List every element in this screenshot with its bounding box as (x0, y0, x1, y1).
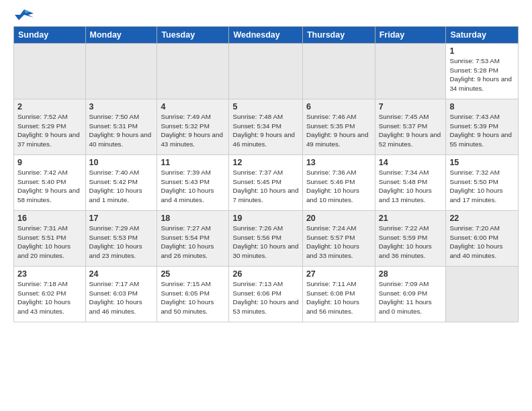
calendar-day-cell: 24Sunrise: 7:17 AM Sunset: 6:03 PM Dayli… (85, 267, 157, 322)
calendar-day-cell: 2Sunrise: 7:52 AM Sunset: 5:29 PM Daylig… (14, 99, 86, 155)
day-sun-info: Sunrise: 7:53 AM Sunset: 5:28 PM Dayligh… (449, 56, 515, 93)
day-sun-info: Sunrise: 7:46 AM Sunset: 5:35 PM Dayligh… (306, 112, 371, 148)
calendar-week-row: 1Sunrise: 7:53 AM Sunset: 5:28 PM Daylig… (14, 44, 519, 99)
day-sun-info: Sunrise: 7:37 AM Sunset: 5:45 PM Dayligh… (232, 168, 298, 204)
day-sun-info: Sunrise: 7:32 AM Sunset: 5:50 PM Dayligh… (449, 168, 515, 204)
day-number: 19 (232, 214, 298, 223)
day-sun-info: Sunrise: 7:49 AM Sunset: 5:32 PM Dayligh… (161, 112, 225, 148)
calendar-day-cell: 1Sunrise: 7:53 AM Sunset: 5:28 PM Daylig… (446, 44, 519, 99)
day-sun-info: Sunrise: 7:40 AM Sunset: 5:42 PM Dayligh… (89, 168, 154, 204)
day-sun-info: Sunrise: 7:24 AM Sunset: 5:57 PM Dayligh… (306, 224, 371, 260)
calendar-week-row: 23Sunrise: 7:18 AM Sunset: 6:02 PM Dayli… (14, 267, 519, 322)
calendar-day-cell: 11Sunrise: 7:39 AM Sunset: 5:43 PM Dayli… (157, 155, 229, 211)
day-sun-info: Sunrise: 7:48 AM Sunset: 5:34 PM Dayligh… (232, 112, 298, 148)
weekday-header-saturday: Saturday (446, 27, 519, 44)
day-number: 14 (379, 158, 443, 167)
calendar-day-cell: 19Sunrise: 7:26 AM Sunset: 5:56 PM Dayli… (229, 211, 302, 267)
calendar-day-cell: 12Sunrise: 7:37 AM Sunset: 5:45 PM Dayli… (229, 155, 302, 211)
weekday-header-sunday: Sunday (14, 27, 86, 44)
day-number: 28 (379, 269, 443, 279)
day-number: 22 (449, 214, 515, 223)
day-sun-info: Sunrise: 7:09 AM Sunset: 6:09 PM Dayligh… (379, 279, 443, 316)
day-number: 17 (89, 214, 154, 223)
day-sun-info: Sunrise: 7:39 AM Sunset: 5:43 PM Dayligh… (161, 168, 225, 204)
calendar-empty-cell (14, 44, 86, 99)
day-number: 13 (306, 158, 371, 167)
calendar-day-cell: 27Sunrise: 7:11 AM Sunset: 6:08 PM Dayli… (302, 267, 375, 322)
calendar-day-cell: 14Sunrise: 7:34 AM Sunset: 5:48 PM Dayli… (375, 155, 446, 211)
day-number: 24 (89, 269, 154, 279)
day-number: 2 (17, 102, 82, 111)
day-number: 21 (379, 214, 443, 223)
weekday-header-friday: Friday (375, 27, 446, 44)
calendar-week-row: 2Sunrise: 7:52 AM Sunset: 5:29 PM Daylig… (14, 99, 519, 155)
day-sun-info: Sunrise: 7:34 AM Sunset: 5:48 PM Dayligh… (379, 168, 443, 204)
day-number: 3 (89, 102, 154, 111)
svg-marker-0 (15, 9, 34, 20)
day-number: 26 (232, 269, 298, 279)
day-number: 18 (161, 214, 225, 223)
calendar-day-cell: 21Sunrise: 7:22 AM Sunset: 5:59 PM Dayli… (375, 211, 446, 267)
calendar-day-cell: 9Sunrise: 7:42 AM Sunset: 5:40 PM Daylig… (14, 155, 86, 211)
calendar-empty-cell (446, 267, 519, 322)
day-sun-info: Sunrise: 7:31 AM Sunset: 5:51 PM Dayligh… (17, 224, 82, 260)
calendar-day-cell: 26Sunrise: 7:13 AM Sunset: 6:06 PM Dayli… (229, 267, 302, 322)
day-sun-info: Sunrise: 7:26 AM Sunset: 5:56 PM Dayligh… (232, 224, 298, 260)
day-sun-info: Sunrise: 7:13 AM Sunset: 6:06 PM Dayligh… (232, 279, 298, 316)
calendar-empty-cell (157, 44, 229, 99)
weekday-header-tuesday: Tuesday (157, 27, 229, 44)
day-number: 11 (161, 158, 225, 167)
calendar-day-cell: 8Sunrise: 7:43 AM Sunset: 5:39 PM Daylig… (446, 99, 519, 155)
day-sun-info: Sunrise: 7:43 AM Sunset: 5:39 PM Dayligh… (449, 112, 515, 148)
day-sun-info: Sunrise: 7:52 AM Sunset: 5:29 PM Dayligh… (17, 112, 82, 148)
day-number: 8 (449, 102, 515, 111)
day-sun-info: Sunrise: 7:22 AM Sunset: 5:59 PM Dayligh… (379, 224, 443, 260)
day-sun-info: Sunrise: 7:17 AM Sunset: 6:03 PM Dayligh… (89, 279, 154, 316)
weekday-header-thursday: Thursday (302, 27, 375, 44)
day-sun-info: Sunrise: 7:42 AM Sunset: 5:40 PM Dayligh… (17, 168, 82, 204)
weekday-header-monday: Monday (85, 27, 157, 44)
logo (13, 8, 34, 21)
calendar-day-cell: 22Sunrise: 7:20 AM Sunset: 6:00 PM Dayli… (446, 211, 519, 267)
day-sun-info: Sunrise: 7:18 AM Sunset: 6:02 PM Dayligh… (17, 279, 82, 316)
day-number: 23 (17, 269, 82, 279)
calendar-day-cell: 5Sunrise: 7:48 AM Sunset: 5:34 PM Daylig… (229, 99, 302, 155)
page-header (0, 0, 532, 26)
day-sun-info: Sunrise: 7:29 AM Sunset: 5:53 PM Dayligh… (89, 224, 154, 260)
day-number: 4 (161, 102, 225, 111)
calendar-day-cell: 15Sunrise: 7:32 AM Sunset: 5:50 PM Dayli… (446, 155, 519, 211)
calendar-day-cell: 13Sunrise: 7:36 AM Sunset: 5:46 PM Dayli… (302, 155, 375, 211)
calendar-day-cell: 3Sunrise: 7:50 AM Sunset: 5:31 PM Daylig… (85, 99, 157, 155)
calendar-day-cell: 4Sunrise: 7:49 AM Sunset: 5:32 PM Daylig… (157, 99, 229, 155)
day-number: 10 (89, 158, 154, 167)
calendar-day-cell: 7Sunrise: 7:45 AM Sunset: 5:37 PM Daylig… (375, 99, 446, 155)
calendar-day-cell: 6Sunrise: 7:46 AM Sunset: 5:35 PM Daylig… (302, 99, 375, 155)
calendar-day-cell: 16Sunrise: 7:31 AM Sunset: 5:51 PM Dayli… (14, 211, 86, 267)
calendar-empty-cell (229, 44, 302, 99)
calendar-day-cell: 23Sunrise: 7:18 AM Sunset: 6:02 PM Dayli… (14, 267, 86, 322)
logo-bird-icon (15, 8, 34, 23)
day-number: 27 (306, 269, 371, 279)
calendar-day-cell: 28Sunrise: 7:09 AM Sunset: 6:09 PM Dayli… (375, 267, 446, 322)
calendar-empty-cell (85, 44, 157, 99)
calendar-day-cell: 20Sunrise: 7:24 AM Sunset: 5:57 PM Dayli… (302, 211, 375, 267)
day-sun-info: Sunrise: 7:11 AM Sunset: 6:08 PM Dayligh… (306, 279, 371, 316)
day-number: 20 (306, 214, 371, 223)
day-number: 1 (449, 46, 515, 56)
day-number: 9 (17, 158, 82, 167)
calendar-day-cell: 18Sunrise: 7:27 AM Sunset: 5:54 PM Dayli… (157, 211, 229, 267)
calendar-empty-cell (302, 44, 375, 99)
day-number: 16 (17, 214, 82, 223)
day-sun-info: Sunrise: 7:50 AM Sunset: 5:31 PM Dayligh… (89, 112, 154, 148)
calendar-day-cell: 17Sunrise: 7:29 AM Sunset: 5:53 PM Dayli… (85, 211, 157, 267)
day-sun-info: Sunrise: 7:15 AM Sunset: 6:05 PM Dayligh… (161, 279, 225, 316)
day-sun-info: Sunrise: 7:27 AM Sunset: 5:54 PM Dayligh… (161, 224, 225, 260)
day-number: 6 (306, 102, 371, 111)
day-number: 5 (232, 102, 298, 111)
calendar-week-row: 9Sunrise: 7:42 AM Sunset: 5:40 PM Daylig… (14, 155, 519, 211)
calendar-day-cell: 10Sunrise: 7:40 AM Sunset: 5:42 PM Dayli… (85, 155, 157, 211)
day-number: 12 (232, 158, 298, 167)
day-number: 7 (379, 102, 443, 111)
calendar-table: SundayMondayTuesdayWednesdayThursdayFrid… (13, 26, 519, 322)
calendar-week-row: 16Sunrise: 7:31 AM Sunset: 5:51 PM Dayli… (14, 211, 519, 267)
